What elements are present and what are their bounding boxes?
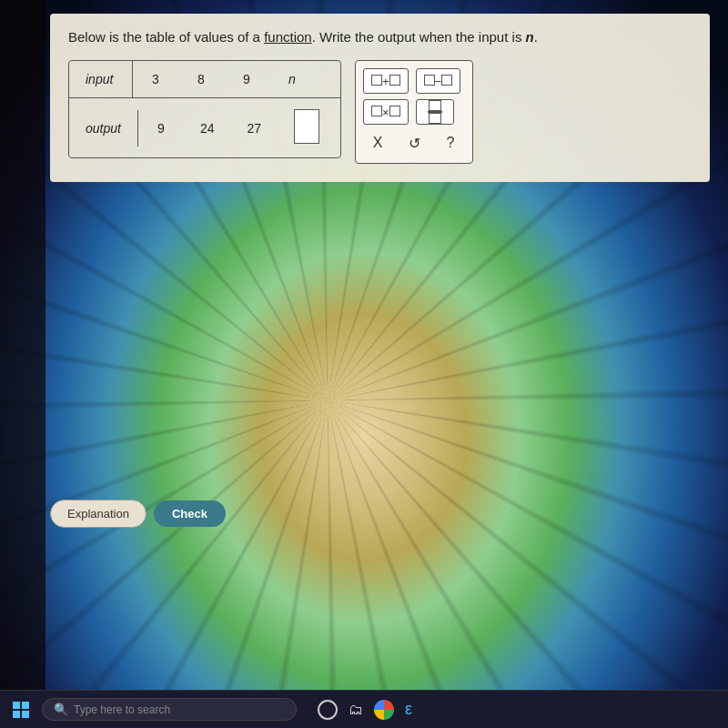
svg-rect-0 — [13, 702, 20, 709]
question-suffix2: . — [534, 29, 538, 45]
windows-start-button[interactable] — [7, 696, 35, 723]
math-row-3: X ↺ ? — [363, 130, 465, 156]
input-label: input — [69, 61, 133, 97]
svg-rect-3 — [22, 711, 29, 718]
windows-icon — [13, 702, 29, 718]
search-icon: 🔍 — [54, 703, 68, 716]
function-table: input 3 8 9 n output 9 24 27 — [68, 60, 341, 158]
question-suffix: . Write the output when the input is — [312, 29, 526, 45]
function-link[interactable]: function — [264, 29, 312, 45]
bottom-buttons: Explanation Check — [50, 500, 226, 528]
question-area: Below is the table of values of a functi… — [50, 14, 710, 182]
clear-button[interactable]: X — [363, 130, 392, 156]
math-row-1: + − — [363, 68, 465, 94]
check-button[interactable]: Check — [154, 500, 226, 527]
chrome-icon[interactable] — [374, 700, 394, 720]
taskbar-system-icons: 🗂 ε — [318, 700, 412, 720]
question-text: Below is the table of values of a functi… — [68, 27, 692, 46]
table-output-row: output 9 24 27 — [69, 98, 340, 157]
edge-icon[interactable]: ε — [405, 700, 412, 719]
output-label: output — [69, 110, 138, 147]
answer-input-box[interactable] — [294, 109, 319, 144]
help-button[interactable]: ? — [436, 130, 465, 156]
svg-rect-2 — [13, 711, 20, 718]
undo-button[interactable]: ↺ — [399, 130, 429, 156]
math-row-2: × — [363, 99, 465, 125]
input-val-3: 9 — [224, 61, 269, 97]
variable-n: n — [526, 29, 534, 45]
svg-rect-1 — [22, 702, 29, 709]
input-val-1: 3 — [133, 61, 178, 97]
input-val-2: 8 — [178, 61, 224, 97]
add-operation-button[interactable]: + — [363, 68, 409, 94]
explanation-button[interactable]: Explanation — [50, 500, 147, 528]
table-input-row: input 3 8 9 n — [69, 61, 340, 98]
task-view-button[interactable] — [318, 700, 338, 720]
sub-operation-button[interactable]: − — [416, 68, 461, 94]
output-answer-cell[interactable] — [278, 98, 336, 157]
question-prefix: Below is the table of values of a — [68, 29, 264, 45]
search-placeholder-text: Type here to search — [74, 703, 170, 716]
file-explorer-icon[interactable]: 🗂 — [349, 702, 363, 718]
mul-operation-button[interactable]: × — [363, 99, 409, 125]
fraction-operation-button[interactable] — [416, 99, 454, 125]
taskbar: 🔍 Type here to search 🗂 ε — [0, 690, 728, 728]
input-val-n: n — [269, 61, 315, 97]
taskbar-search-bar[interactable]: 🔍 Type here to search — [42, 698, 297, 721]
output-val-2: 24 — [184, 110, 231, 147]
panels-row: input 3 8 9 n output 9 24 27 — [68, 60, 692, 164]
output-val-3: 27 — [231, 110, 278, 147]
math-panel: + − × — [355, 60, 473, 164]
output-val-1: 9 — [138, 110, 184, 147]
